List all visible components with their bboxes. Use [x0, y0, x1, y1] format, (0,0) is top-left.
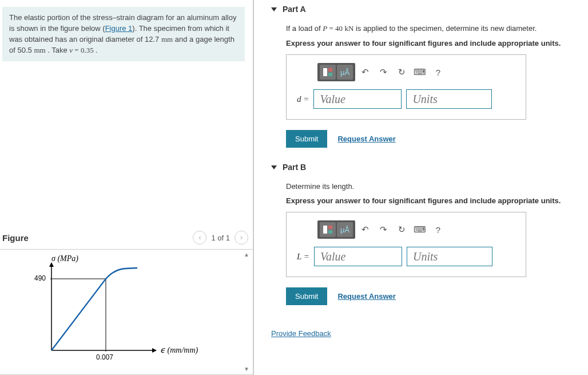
- caret-down-icon: [271, 7, 277, 11]
- part-b-answer-box: μÅ ↶ ↷ ↻ ⌨ ? L =: [286, 212, 526, 277]
- eq-v: = 0.35 .: [73, 46, 97, 54]
- part-a-instruction: Express your answer to four significant …: [286, 39, 578, 48]
- svg-rect-6: [323, 68, 327, 76]
- var-d-label: d =: [297, 94, 309, 104]
- special-char-icon[interactable]: μÅ: [337, 65, 353, 80]
- template-icon[interactable]: [320, 65, 336, 80]
- part-b-body: Determine its length. Express your answe…: [286, 182, 578, 305]
- undo-icon[interactable]: ↶: [359, 67, 371, 77]
- stress-strain-chart: σ (MPa) 490 ϵ (mm/mm) 0.007: [34, 253, 200, 368]
- answer-toolbar: μÅ ↶ ↷ ↻ ⌨ ?: [317, 63, 444, 81]
- svg-marker-1: [49, 262, 54, 267]
- reset-icon[interactable]: ↻: [395, 67, 408, 77]
- y-tick-490: 490: [34, 274, 46, 282]
- figure-link[interactable]: Figure 1: [105, 24, 133, 33]
- units-input[interactable]: [406, 89, 492, 109]
- keyboard-icon[interactable]: ⌨: [414, 67, 426, 77]
- figure-body: ▲ ▼ σ (MPa) 490 ϵ (mm/mm) 0.007: [0, 249, 253, 375]
- help-icon[interactable]: ?: [432, 225, 444, 235]
- submit-button[interactable]: Submit: [286, 287, 327, 305]
- redo-icon[interactable]: ↷: [377, 224, 390, 235]
- svg-rect-9: [323, 226, 327, 234]
- units-input[interactable]: [407, 247, 492, 266]
- reset-icon[interactable]: ↻: [395, 224, 408, 235]
- part-b-header[interactable]: Part B: [271, 163, 578, 172]
- part-a-answer-box: μÅ ↶ ↷ ↻ ⌨ ? d =: [286, 54, 526, 120]
- svg-rect-11: [328, 230, 332, 234]
- part-b-title: Part B: [283, 163, 306, 172]
- value-input[interactable]: [314, 247, 402, 266]
- template-icon[interactable]: [320, 222, 336, 237]
- x-tick-0007: 0.007: [96, 353, 113, 361]
- svg-rect-10: [328, 226, 332, 229]
- svg-rect-8: [328, 73, 332, 76]
- problem-statement: The elastic portion of the stress–strain…: [2, 7, 245, 61]
- part-a-title: Part A: [283, 5, 306, 14]
- scroll-up-icon[interactable]: ▲: [243, 251, 251, 259]
- figure-title: Figure: [2, 233, 29, 243]
- scroll-down-icon[interactable]: ▼: [243, 365, 251, 373]
- unit-mm: mm: [161, 35, 173, 44]
- figure-header: Figure ‹ 1 of 1 ›: [0, 228, 253, 247]
- svg-rect-7: [328, 68, 332, 72]
- request-answer-link[interactable]: Request Answer: [337, 135, 395, 143]
- redo-icon[interactable]: ↷: [377, 67, 390, 77]
- right-pane: Part A If a load of P = 40 kN is applied…: [254, 0, 588, 375]
- problem-text: . Take: [46, 46, 70, 54]
- part-a-body: If a load of P = 40 kN is applied to the…: [286, 24, 578, 148]
- part-a-question: If a load of P = 40 kN is applied to the…: [286, 24, 578, 33]
- special-char-icon[interactable]: μÅ: [337, 222, 353, 237]
- part-a-header[interactable]: Part A: [271, 5, 578, 14]
- caret-down-icon: [271, 165, 277, 169]
- figure-next-button[interactable]: ›: [235, 231, 248, 244]
- submit-button[interactable]: Submit: [286, 130, 327, 148]
- request-answer-link[interactable]: Request Answer: [337, 292, 395, 301]
- undo-icon[interactable]: ↶: [359, 224, 371, 235]
- unit-mm: mm: [34, 46, 45, 54]
- keyboard-icon[interactable]: ⌨: [414, 224, 426, 235]
- left-pane: The elastic portion of the stress–strain…: [0, 0, 254, 375]
- provide-feedback-link[interactable]: Provide Feedback: [271, 329, 331, 338]
- svg-marker-3: [152, 348, 157, 353]
- var-l-label: L =: [297, 252, 309, 262]
- part-b-question: Determine its length.: [286, 182, 578, 191]
- figure-prev-button[interactable]: ‹: [193, 231, 206, 244]
- figure-nav: ‹ 1 of 1 ›: [193, 231, 248, 244]
- help-icon[interactable]: ?: [432, 68, 444, 77]
- value-input[interactable]: [313, 89, 402, 109]
- y-axis-label: σ (MPa): [51, 254, 78, 263]
- part-b-instruction: Express your answer to four significant …: [286, 196, 578, 205]
- answer-toolbar: μÅ ↶ ↷ ↻ ⌨ ?: [317, 220, 444, 239]
- x-axis-label: ϵ (mm/mm): [160, 346, 198, 355]
- figure-counter: 1 of 1: [211, 234, 230, 242]
